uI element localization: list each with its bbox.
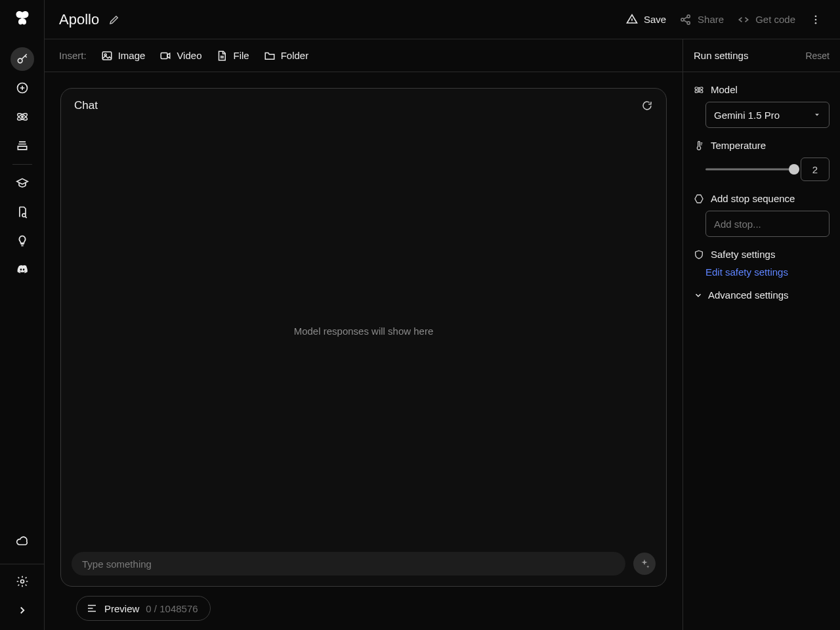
video-icon (159, 50, 171, 62)
sparkle-icon (639, 558, 650, 570)
sidebar-atom-button[interactable] (10, 105, 34, 129)
svg-point-11 (815, 18, 817, 20)
share-label: Share (698, 14, 724, 25)
chat-input[interactable] (72, 552, 625, 576)
insert-video-label: Video (177, 50, 201, 61)
sidebar (0, 0, 45, 630)
caret-down-icon (813, 111, 821, 119)
pencil-icon (108, 14, 120, 26)
svg-point-5 (22, 214, 26, 217)
chat-refresh-button[interactable] (641, 100, 653, 112)
sidebar-discord-button[interactable] (10, 258, 34, 282)
insert-file-label: File (233, 50, 249, 61)
insert-file-button[interactable]: File (216, 50, 249, 62)
advanced-label: Advanced settings (708, 289, 789, 301)
sidebar-learn-button[interactable] (10, 171, 34, 195)
sidebar-settings-button[interactable] (10, 570, 34, 593)
model-label: Model (711, 84, 738, 95)
hexagon-icon (694, 194, 704, 204)
atom-icon (16, 110, 29, 123)
sidebar-divider (12, 164, 32, 165)
sidebar-cloud-button[interactable] (10, 530, 34, 553)
cloud-icon (16, 535, 29, 548)
sidebar-keys-button[interactable] (10, 47, 34, 71)
atom-icon (694, 85, 704, 95)
token-count: 0 / 1048576 (146, 603, 198, 614)
share-button[interactable]: Share (673, 9, 730, 30)
cloud-save-icon (625, 13, 639, 26)
model-select[interactable]: Gemini 1.5 Pro (705, 102, 830, 128)
folder-icon (264, 50, 276, 62)
get-code-label: Get code (755, 14, 795, 25)
code-icon (737, 13, 750, 26)
share-icon (679, 13, 692, 26)
model-value: Gemini 1.5 Pro (714, 110, 780, 121)
top-header: Apollo Save Share Get code (45, 0, 840, 39)
sidebar-expand-button[interactable] (10, 598, 34, 622)
gear-icon (16, 575, 29, 588)
insert-image-label: Image (118, 50, 146, 61)
sidebar-collection-button[interactable] (10, 134, 34, 158)
chat-title: Chat (74, 99, 98, 112)
edit-title-button[interactable] (108, 14, 120, 26)
insert-toolbar: Insert: Image Video (45, 39, 682, 72)
file-icon (216, 50, 228, 62)
svg-point-0 (18, 58, 22, 63)
key-icon (16, 52, 29, 66)
image-icon (101, 50, 113, 62)
temperature-value[interactable]: 2 (801, 158, 830, 181)
chat-send-button[interactable] (633, 553, 656, 575)
discord-icon (16, 263, 29, 276)
project-title: Apollo (59, 11, 99, 28)
sidebar-new-button[interactable] (10, 76, 34, 100)
temperature-slider[interactable] (705, 164, 794, 175)
edit-safety-link[interactable]: Edit safety settings (705, 266, 830, 278)
insert-video-button[interactable]: Video (159, 50, 201, 62)
footer: Preview 0 / 1048576 (45, 587, 682, 630)
advanced-settings-toggle[interactable]: Advanced settings (694, 289, 830, 301)
app-logo[interactable] (13, 9, 32, 28)
chevron-down-icon (694, 291, 703, 300)
save-button[interactable]: Save (619, 9, 673, 30)
stack-icon (16, 139, 29, 152)
run-settings-title: Run settings (694, 50, 748, 61)
svg-point-4 (21, 116, 23, 118)
save-label: Save (644, 14, 666, 25)
shield-icon (694, 249, 704, 260)
preview-button[interactable]: Preview 0 / 1048576 (76, 596, 211, 621)
preview-label: Preview (104, 603, 139, 614)
insert-label: Insert: (59, 50, 87, 61)
sidebar-doc-search-button[interactable] (10, 200, 34, 224)
kebab-icon (810, 14, 822, 26)
safety-label: Safety settings (711, 249, 775, 260)
get-code-button[interactable]: Get code (730, 9, 802, 30)
plus-circle-icon (16, 81, 29, 94)
svg-rect-13 (102, 52, 112, 60)
insert-image-button[interactable]: Image (101, 50, 146, 62)
thermometer-icon (694, 140, 704, 151)
doc-search-icon (16, 205, 29, 219)
insert-folder-button[interactable]: Folder (264, 50, 309, 62)
svg-point-18 (698, 89, 700, 91)
butterfly-logo-icon (13, 9, 32, 28)
sidebar-ideas-button[interactable] (10, 229, 34, 253)
svg-rect-15 (161, 52, 168, 58)
svg-point-12 (815, 22, 817, 24)
stop-label: Add stop sequence (711, 193, 795, 204)
notes-icon (86, 602, 98, 614)
more-menu-button[interactable] (806, 10, 826, 30)
refresh-icon (641, 100, 653, 112)
insert-folder-label: Folder (281, 50, 309, 61)
chevron-right-icon (16, 604, 28, 616)
lightbulb-icon (16, 234, 29, 247)
svg-point-10 (815, 15, 817, 17)
chat-card: Chat Model responses will show here (60, 88, 667, 587)
svg-point-6 (20, 580, 24, 583)
reset-button[interactable]: Reset (805, 51, 830, 61)
chat-empty-state: Model responses will show here (61, 119, 666, 543)
run-settings-panel: Run settings Reset Model (682, 39, 840, 630)
graduation-icon (16, 177, 29, 190)
temperature-label: Temperature (711, 140, 766, 151)
stop-sequence-input[interactable] (705, 211, 830, 237)
